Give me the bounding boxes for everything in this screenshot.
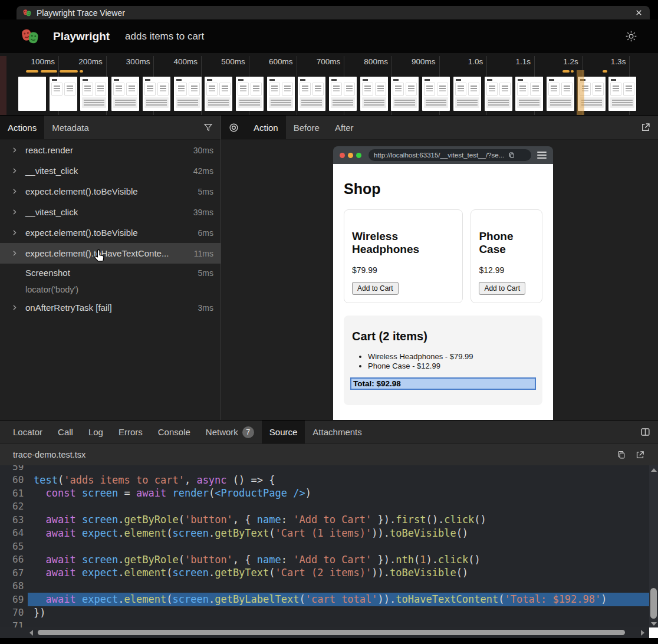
- film-thumbnail[interactable]: [485, 77, 512, 111]
- scroll-up-arrow[interactable]: [651, 468, 657, 472]
- timeline[interactable]: 100ms200ms300ms400ms500ms600ms700ms800ms…: [0, 53, 658, 116]
- film-thumbnail[interactable]: [298, 77, 325, 111]
- tab-attachments[interactable]: Attachments: [305, 420, 369, 443]
- film-thumbnail[interactable]: [422, 77, 450, 111]
- tab-label: Actions: [8, 123, 37, 133]
- film-thumbnail[interactable]: [391, 77, 419, 111]
- add-to-cart-button[interactable]: Add to Cart: [352, 282, 399, 295]
- action-row[interactable]: Screenshot5ms: [0, 264, 221, 282]
- timeline-time-label: 100ms: [11, 57, 55, 66]
- chevron-right-icon[interactable]: [11, 208, 20, 217]
- chevron-right-icon[interactable]: [11, 166, 20, 176]
- film-thumbnail[interactable]: [360, 77, 388, 111]
- pick-locator-icon[interactable]: [221, 116, 246, 139]
- timeline-time-label: 900ms: [392, 57, 436, 66]
- filter-icon[interactable]: [203, 122, 213, 133]
- action-duration: 5ms: [193, 268, 213, 278]
- tab-locator[interactable]: Locator: [5, 420, 50, 443]
- vertical-scrollbar[interactable]: [649, 465, 658, 627]
- code-line: 63 await screen.getByRole('button', { na…: [0, 513, 658, 527]
- url-bar[interactable]: http://localhost:63315/__vitest_test__/?…: [369, 149, 531, 161]
- tab-network[interactable]: Network7: [198, 420, 262, 443]
- open-source-external-icon[interactable]: [635, 450, 645, 460]
- film-thumbnail[interactable]: [453, 77, 481, 111]
- code-text: await expect.element(screen.getByText('C…: [26, 567, 468, 579]
- timeline-time-label: 1.3s: [582, 57, 626, 66]
- playwright-logo-icon: [20, 28, 40, 45]
- timeline-time-label: 800ms: [344, 57, 388, 66]
- film-thumbnail[interactable]: [515, 77, 543, 111]
- chevron-right-icon[interactable]: [11, 249, 20, 258]
- film-thumbnail[interactable]: [50, 77, 77, 111]
- window-title: Playwright Trace Viewer: [37, 8, 125, 18]
- action-row[interactable]: expect.element().toBeVisible6ms: [0, 222, 221, 243]
- action-row[interactable]: react.render30ms: [0, 140, 221, 160]
- action-row[interactable]: onAfterRetryTask [fail]3ms: [0, 297, 221, 318]
- vertical-scrollbar-thumb[interactable]: [650, 588, 657, 619]
- film-thumbnail[interactable]: [80, 77, 108, 111]
- tab-errors[interactable]: Errors: [111, 420, 150, 443]
- tab-label: Network: [206, 427, 238, 437]
- film-thumbnail[interactable]: [236, 77, 264, 111]
- action-label: onAfterRetryTask [fail]: [25, 303, 112, 313]
- code-text: await expect.element(screen.getByLabelTe…: [26, 593, 607, 605]
- tab-call[interactable]: Call: [50, 420, 81, 443]
- tab-console[interactable]: Console: [150, 420, 198, 443]
- action-row[interactable]: expect.element().toHaveTextConte...11ms: [0, 243, 221, 264]
- tab-log[interactable]: Log: [81, 420, 111, 443]
- tab-source[interactable]: Source: [262, 420, 305, 443]
- timeline-time-label: 400ms: [154, 57, 198, 66]
- tab-label: Source: [269, 427, 298, 437]
- product-price: $79.99: [352, 265, 455, 275]
- film-thumbnail[interactable]: [174, 77, 202, 111]
- code-text: const screen = await render(<ProductPage…: [26, 487, 311, 499]
- close-icon[interactable]: [633, 8, 644, 18]
- code-line: 68: [0, 580, 658, 593]
- copy-source-icon[interactable]: [617, 450, 626, 460]
- scroll-left-arrow[interactable]: [29, 630, 33, 636]
- film-thumbnail[interactable]: [329, 77, 357, 111]
- cart-item: Wireless Headphones - $79.99: [368, 352, 536, 361]
- test-title: adds items to cart: [125, 31, 204, 42]
- tab-after[interactable]: After: [327, 116, 361, 139]
- film-thumbnail[interactable]: [547, 77, 574, 111]
- chevron-right-icon[interactable]: [11, 187, 20, 196]
- film-thumbnail[interactable]: [608, 77, 636, 111]
- code-line: 61 const screen = await render(<ProductP…: [0, 487, 658, 500]
- source-code: 5960test('adds items to cart', async () …: [0, 465, 658, 638]
- action-row[interactable]: __vitest_click39ms: [0, 202, 221, 222]
- action-label: expect.element().toHaveTextConte...: [25, 248, 169, 258]
- scroll-right-arrow[interactable]: [641, 630, 644, 636]
- action-row[interactable]: expect.element().toBeVisible5ms: [0, 181, 221, 202]
- tab-actions[interactable]: Actions: [0, 116, 44, 139]
- film-thumbnail[interactable]: [111, 77, 139, 111]
- cart-item-list: Wireless Headphones - $79.99Phone Case -…: [350, 352, 536, 370]
- tab-metadata[interactable]: Metadata: [44, 116, 97, 139]
- scroll-down-arrow[interactable]: [651, 622, 657, 626]
- browser-snapshot: http://localhost:63315/__vitest_test__/?…: [333, 146, 553, 420]
- url-text: http://localhost:63315/__vitest_test__/?…: [374, 152, 504, 159]
- chevron-right-icon[interactable]: [11, 228, 20, 238]
- horizontal-scrollbar-thumb[interactable]: [38, 630, 625, 635]
- code-line: 59: [0, 465, 658, 474]
- line-number: 65: [0, 541, 26, 552]
- action-row[interactable]: __vitest_click42ms: [0, 160, 221, 181]
- chevron-right-icon[interactable]: [11, 146, 20, 155]
- tab-action[interactable]: Action: [246, 116, 286, 139]
- action-label: __vitest_click: [25, 207, 78, 217]
- timeline-action-mark: [60, 70, 78, 73]
- film-thumbnail[interactable]: [205, 77, 232, 111]
- line-number: 63: [0, 514, 26, 525]
- copy-url-icon[interactable]: [508, 152, 515, 159]
- add-to-cart-button[interactable]: Add to Cart: [479, 282, 525, 295]
- gear-icon[interactable]: [624, 29, 638, 43]
- film-thumbnail[interactable]: [18, 77, 46, 111]
- film-thumbnail[interactable]: [267, 77, 295, 111]
- chevron-right-icon[interactable]: [11, 303, 20, 313]
- horizontal-scrollbar[interactable]: [0, 627, 649, 638]
- film-thumbnail[interactable]: [143, 77, 170, 111]
- tab-before[interactable]: Before: [286, 116, 327, 139]
- open-external-icon[interactable]: [640, 122, 651, 133]
- split-view-icon[interactable]: [640, 426, 651, 438]
- browser-menu-icon[interactable]: [537, 150, 547, 160]
